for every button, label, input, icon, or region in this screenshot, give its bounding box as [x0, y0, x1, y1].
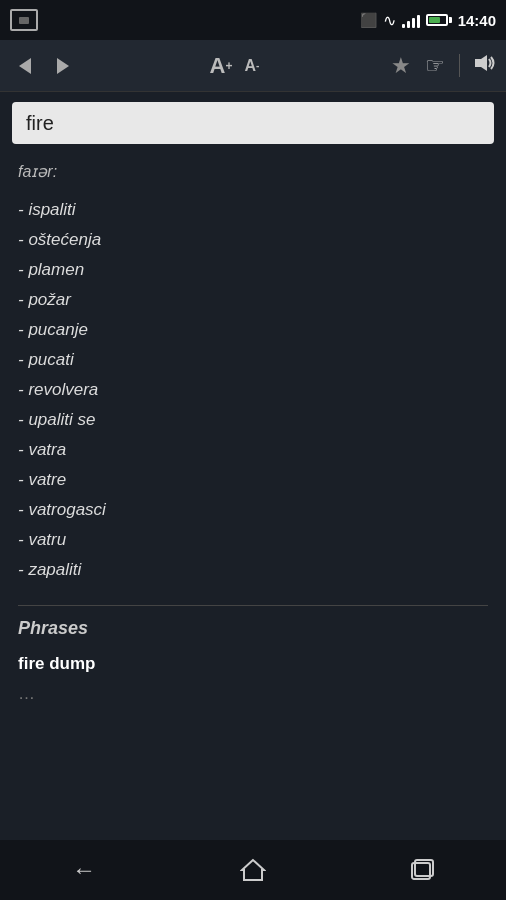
phrase-continuation: … [18, 684, 35, 703]
search-container [0, 92, 506, 154]
content-area: faɪər: - ispaliti - oštećenja - plamen -… [0, 154, 506, 840]
font-decrease-button[interactable]: A- [241, 53, 264, 79]
back-nav-icon: ← [72, 856, 96, 884]
phrases-title: Phrases [18, 618, 488, 639]
wifi-icon: ∿ [383, 11, 396, 30]
list-item: - zapaliti [18, 555, 488, 585]
svg-marker-1 [242, 860, 264, 880]
list-item: - pucati [18, 345, 488, 375]
list-item: - revolvera [18, 375, 488, 405]
status-bar-right: ⬛ ∿ 14:40 [360, 11, 496, 30]
notification-icon [10, 9, 38, 31]
list-item: - oštećenja [18, 225, 488, 255]
search-input[interactable] [12, 102, 494, 144]
font-increase-button[interactable]: A+ [206, 49, 237, 83]
list-item: - upaliti se [18, 405, 488, 435]
forward-button[interactable] [48, 51, 78, 81]
phrase-item: … [18, 679, 488, 709]
divider [18, 605, 488, 606]
home-nav-button[interactable] [230, 848, 276, 892]
list-item: - vatre [18, 465, 488, 495]
list-item: - ispaliti [18, 195, 488, 225]
list-item: - požar [18, 285, 488, 315]
signal-icon [402, 12, 420, 28]
favorite-button[interactable]: ★ [391, 53, 411, 79]
status-bar-left [10, 9, 38, 31]
font-controls: A+ A- [206, 49, 264, 83]
bottom-nav: ← [0, 840, 506, 900]
list-item: - vatru [18, 525, 488, 555]
phrase-item: fire dump [18, 649, 488, 679]
battery-icon [426, 14, 452, 26]
sound-button[interactable] [459, 54, 496, 77]
list-item: - plamen [18, 255, 488, 285]
status-bar: ⬛ ∿ 14:40 [0, 0, 506, 40]
list-item: - vatra [18, 435, 488, 465]
back-nav-button[interactable]: ← [62, 846, 106, 894]
pointer-button[interactable]: ☞ [425, 53, 445, 79]
toolbar: A+ A- ★ ☞ [0, 40, 506, 92]
list-item: - vatrogasci [18, 495, 488, 525]
translation-list: - ispaliti - oštećenja - plamen - požar … [18, 195, 488, 585]
back-button[interactable] [10, 51, 40, 81]
svg-marker-0 [475, 55, 487, 71]
status-time: 14:40 [458, 12, 496, 29]
toolbar-nav [10, 51, 78, 81]
toolbar-actions: ★ ☞ [391, 53, 496, 79]
pronunciation: faɪər: [18, 162, 488, 181]
list-item: - pucanje [18, 315, 488, 345]
recents-nav-button[interactable] [400, 849, 444, 891]
sim-icon: ⬛ [360, 12, 377, 28]
phrase-text: fire dump [18, 654, 95, 673]
